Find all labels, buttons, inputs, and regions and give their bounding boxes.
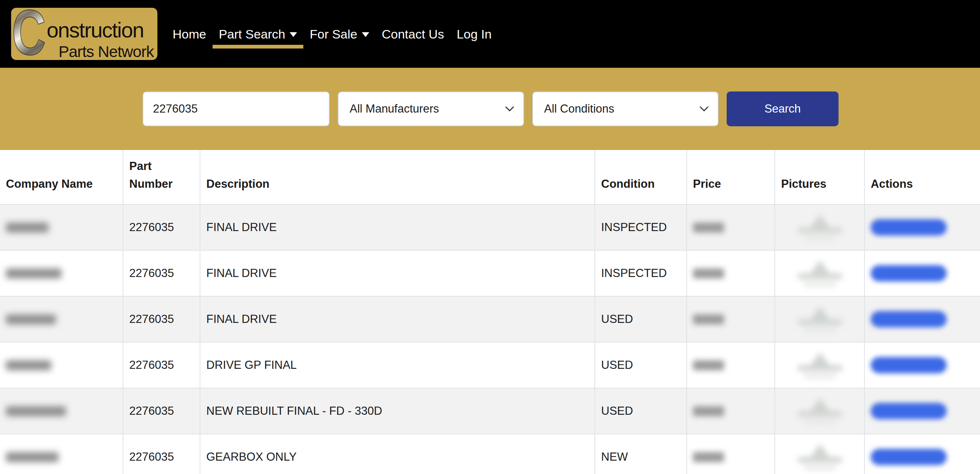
image-icon xyxy=(809,352,831,367)
logo[interactable]: C onstruction Parts Network xyxy=(11,8,158,60)
select-value: All Conditions xyxy=(544,102,614,116)
picture-caption-redacted xyxy=(804,420,836,424)
header-actions: Actions xyxy=(864,150,980,204)
picture-caption-redacted xyxy=(804,237,836,240)
part-number-cell: 2276035 xyxy=(123,342,200,388)
actions-cell xyxy=(864,296,980,342)
header-condition: Condition xyxy=(595,150,687,204)
company-name-redacted xyxy=(6,360,51,370)
chevron-down-icon xyxy=(505,106,514,112)
description-cell: FINAL DRIVE xyxy=(200,204,595,250)
search-form: All Manufacturers All Conditions Search xyxy=(143,91,838,126)
image-icon xyxy=(809,260,831,275)
logo-text: onstruction xyxy=(47,17,144,42)
table-row: 2276035 FINAL DRIVE INSPECTED xyxy=(0,204,980,250)
condition-cell: USED xyxy=(595,388,687,434)
top-header: C onstruction Parts Network Home Part Se… xyxy=(0,0,980,68)
actions-cell xyxy=(864,434,980,474)
header-price: Price xyxy=(687,150,775,204)
picture-placeholder xyxy=(781,444,859,470)
company-name-redacted xyxy=(6,452,59,462)
caret-down-icon xyxy=(362,32,369,37)
nav-item-contact-us[interactable]: Contact Us xyxy=(375,27,450,41)
actions-cell xyxy=(864,342,980,388)
part-number-cell: 2276035 xyxy=(123,204,200,250)
picture-placeholder xyxy=(781,306,859,332)
action-button-redacted[interactable] xyxy=(871,311,947,328)
condition-cell: USED xyxy=(595,296,687,342)
action-button-redacted[interactable] xyxy=(871,265,947,282)
company-name-redacted xyxy=(6,406,66,416)
price-redacted xyxy=(693,223,724,232)
price-redacted xyxy=(693,452,724,462)
company-cell xyxy=(0,434,123,474)
table-header-row: Company Name Part Number Description Con… xyxy=(0,150,980,204)
table-row: 2276035 FINAL DRIVE USED xyxy=(0,296,980,342)
nav-label: Contact Us xyxy=(382,27,444,41)
description-cell: FINAL DRIVE xyxy=(200,250,595,296)
action-button-redacted[interactable] xyxy=(871,449,947,465)
condition-cell: USED xyxy=(595,342,687,388)
price-cell xyxy=(687,342,775,388)
table-row: 2276035 NEW REBUILT FINAL - FD - 330D US… xyxy=(0,388,980,434)
header-description: Description xyxy=(200,150,595,204)
part-number-cell: 2276035 xyxy=(123,250,200,296)
actions-cell xyxy=(864,388,980,434)
chevron-down-icon xyxy=(699,106,709,112)
part-number-cell: 2276035 xyxy=(123,296,200,342)
part-number-input[interactable] xyxy=(143,91,329,126)
table-row: 2276035 FINAL DRIVE INSPECTED xyxy=(0,250,980,296)
company-name-redacted xyxy=(6,223,49,232)
nav-label: Part Search xyxy=(219,27,286,41)
picture-placeholder xyxy=(781,398,859,424)
table-row: 2276035 GEARBOX ONLY NEW xyxy=(0,434,980,474)
results-tbody: 2276035 FINAL DRIVE INSPECTED 2276035 FI… xyxy=(0,204,980,474)
action-button-redacted[interactable] xyxy=(871,219,947,235)
select-value: All Manufacturers xyxy=(350,102,439,116)
description-cell: GEARBOX ONLY xyxy=(200,434,595,474)
actions-cell xyxy=(864,204,980,250)
picture-caption-redacted xyxy=(804,283,836,286)
image-icon xyxy=(809,215,831,229)
condition-cell: INSPECTED xyxy=(595,204,687,250)
action-button-redacted[interactable] xyxy=(871,403,947,419)
image-icon xyxy=(809,306,831,321)
pictures-cell xyxy=(775,342,864,388)
condition-select[interactable]: All Conditions xyxy=(532,91,719,126)
actions-cell xyxy=(864,250,980,296)
price-cell xyxy=(687,296,775,342)
search-button[interactable]: Search xyxy=(727,91,838,126)
search-band: All Manufacturers All Conditions Search xyxy=(0,68,980,150)
nav-item-for-sale[interactable]: For Sale xyxy=(303,27,375,41)
pictures-cell xyxy=(775,434,864,474)
description-cell: NEW REBUILT FINAL - FD - 330D xyxy=(200,388,595,434)
picture-placeholder xyxy=(781,215,859,240)
company-name-redacted xyxy=(6,269,62,278)
picture-caption-redacted xyxy=(804,374,836,378)
price-redacted xyxy=(693,406,724,416)
picture-caption-redacted xyxy=(804,466,836,470)
action-button-redacted[interactable] xyxy=(871,357,947,373)
nav-item-log-in[interactable]: Log In xyxy=(450,27,498,41)
nav-item-home[interactable]: Home xyxy=(166,27,213,41)
pictures-cell xyxy=(775,204,864,250)
logo-subtext: Parts Network xyxy=(59,43,154,60)
price-redacted xyxy=(693,269,724,278)
nav-label: Log In xyxy=(457,27,492,41)
condition-cell: NEW xyxy=(595,434,687,474)
manufacturer-select[interactable]: All Manufacturers xyxy=(338,91,524,126)
nav-label: Home xyxy=(173,27,206,41)
company-cell xyxy=(0,296,123,342)
price-cell xyxy=(687,204,775,250)
image-icon xyxy=(809,444,831,459)
description-cell: FINAL DRIVE xyxy=(200,296,595,342)
price-cell xyxy=(687,434,775,474)
picture-placeholder xyxy=(781,352,859,378)
pictures-cell xyxy=(775,388,864,434)
part-number-cell: 2276035 xyxy=(123,388,200,434)
header-company-name: Company Name xyxy=(0,150,123,204)
nav-item-part-search[interactable]: Part Search xyxy=(213,27,304,41)
image-icon xyxy=(809,398,831,413)
company-cell xyxy=(0,250,123,296)
pictures-cell xyxy=(775,250,864,296)
